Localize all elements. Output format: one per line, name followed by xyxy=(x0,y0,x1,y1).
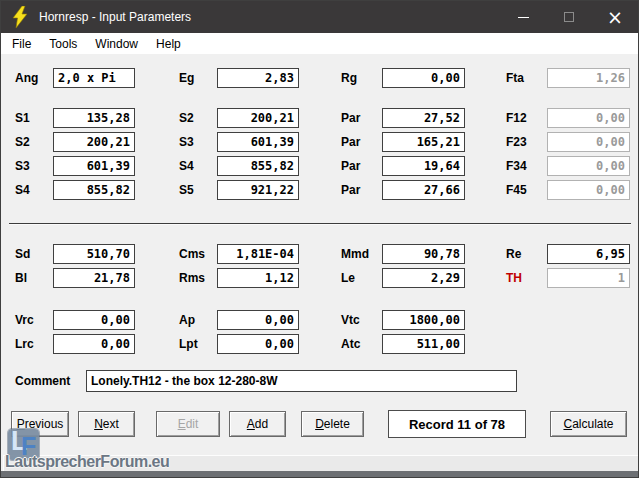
field-fta-label: Fta xyxy=(506,71,524,85)
field-f34: F34 0,00 xyxy=(1,156,639,176)
field-th-label: TH xyxy=(506,271,522,285)
field-re-label: Re xyxy=(506,247,521,261)
menu-tools[interactable]: Tools xyxy=(40,35,86,53)
calculate-button[interactable]: Calculate xyxy=(550,411,627,437)
field-fta-input[interactable]: 1,26 xyxy=(547,68,630,88)
edit-button[interactable]: Edit xyxy=(156,411,220,437)
lautsprecherforum-watermark-text: LautsprecherForum.eu xyxy=(5,453,169,471)
field-vtc: Vtc 1800,00 xyxy=(1,310,639,330)
comment-input[interactable]: Lonely.TH12 - the box 12-280-8W xyxy=(86,370,517,392)
field-th-input[interactable]: 1 xyxy=(547,268,630,288)
field-f12-input[interactable]: 0,00 xyxy=(547,108,630,128)
field-re: Re 6,95 xyxy=(1,244,639,264)
delete-button[interactable]: Delete xyxy=(301,411,364,437)
field-atc: Atc 511,00 xyxy=(1,334,639,354)
field-f23: F23 0,00 xyxy=(1,132,639,152)
minimize-icon xyxy=(518,17,529,18)
field-atc-input[interactable]: 511,00 xyxy=(382,334,465,354)
field-f12-label: F12 xyxy=(506,111,527,125)
field-f34-label: F34 xyxy=(506,159,527,173)
field-fta: Fta 1,26 xyxy=(1,68,639,88)
field-vtc-input[interactable]: 1800,00 xyxy=(382,310,465,330)
input-parameters-form: Ang 2,0 x Pi Eg 2,83 Rg 0,00 Fta 1,26 S1… xyxy=(1,54,639,478)
maximize-button[interactable] xyxy=(546,1,592,33)
menu-file[interactable]: File xyxy=(3,35,40,53)
field-f12: F12 0,00 xyxy=(1,108,639,128)
field-f45: F45 0,00 xyxy=(1,180,639,200)
lightning-bolt-app-icon xyxy=(11,6,29,28)
close-button[interactable]: × xyxy=(592,1,638,33)
section-separator xyxy=(9,223,631,225)
field-f34-input[interactable]: 0,00 xyxy=(547,156,630,176)
field-atc-label: Atc xyxy=(341,337,360,351)
menu-bar: File Tools Window Help xyxy=(1,33,638,54)
comment-label: Comment xyxy=(15,374,70,388)
window-bottom-edge xyxy=(1,471,639,478)
hornresp-window: Hornresp - Input Parameters × File Tools… xyxy=(0,0,639,478)
field-f45-label: F45 xyxy=(506,183,527,197)
titlebar: Hornresp - Input Parameters × xyxy=(1,1,638,33)
minimize-button[interactable] xyxy=(500,1,546,33)
field-vtc-label: Vtc xyxy=(341,313,360,327)
maximize-icon xyxy=(564,12,574,22)
field-f45-input[interactable]: 0,00 xyxy=(547,180,630,200)
record-counter: Record 11 of 78 xyxy=(388,410,526,438)
close-icon: × xyxy=(607,8,623,27)
field-th: TH 1 xyxy=(1,268,639,288)
field-re-input[interactable]: 6,95 xyxy=(547,244,630,264)
next-button[interactable]: Next xyxy=(78,411,135,437)
window-title: Hornresp - Input Parameters xyxy=(39,10,500,24)
comment-value: Lonely.TH12 - the box 12-280-8W xyxy=(91,374,278,388)
field-f23-input[interactable]: 0,00 xyxy=(547,132,630,152)
add-button[interactable]: Add xyxy=(229,411,286,437)
menu-help[interactable]: Help xyxy=(147,35,190,53)
menu-window[interactable]: Window xyxy=(86,35,147,53)
field-f23-label: F23 xyxy=(506,135,527,149)
